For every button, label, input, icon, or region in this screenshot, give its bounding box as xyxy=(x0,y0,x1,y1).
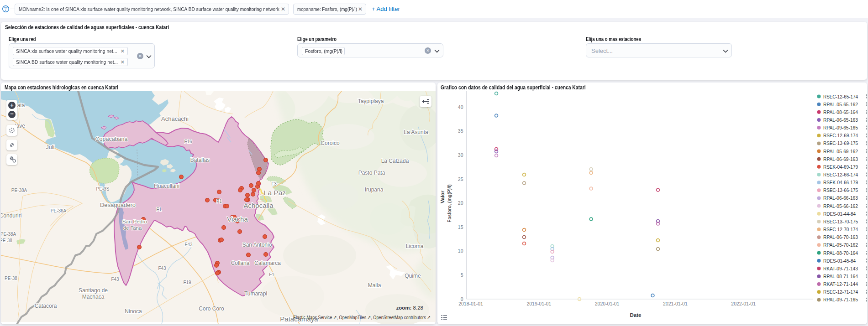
svg-text:RSEC-12-69-174: RSEC-12-69-174 xyxy=(823,133,858,138)
svg-text:F1: F1 xyxy=(156,207,162,212)
svg-text:40: 40 xyxy=(458,104,463,110)
svg-text:Taypiplaya: Taypiplaya xyxy=(358,98,384,104)
svg-text:2022-01-01: 2022-01-01 xyxy=(731,301,756,306)
svg-text:2021-01-01: 2021-01-01 xyxy=(663,301,688,306)
svg-text:RSEC-12-71-174: RSEC-12-71-174 xyxy=(823,289,858,295)
svg-text:30: 30 xyxy=(458,152,463,158)
svg-text:Quime: Quime xyxy=(405,273,421,279)
svg-text:RPAL-06-69-163: RPAL-06-69-163 xyxy=(823,156,858,162)
svg-text:Achocalla: Achocalla xyxy=(243,202,274,209)
svg-text:RPAL-08-70-164: RPAL-08-70-164 xyxy=(823,250,858,256)
svg-text:PE-36A: PE-36A xyxy=(51,208,67,213)
svg-text:Elastic Maps Service ↗, OpenMa: Elastic Maps Service ↗, OpenMapTiles ↗, … xyxy=(293,315,431,320)
svg-text:RPAL-05-66-162: RPAL-05-66-162 xyxy=(823,203,858,209)
svg-text:RSEK-04-66-179: RSEK-04-66-179 xyxy=(823,180,858,185)
svg-text:PE-38: PE-38 xyxy=(5,276,17,281)
svg-text:Ninoca: Ninoca xyxy=(125,308,142,315)
svg-text:RPAL-09-65-165: RPAL-09-65-165 xyxy=(823,125,858,130)
svg-text:5: 5 xyxy=(461,272,463,278)
svg-text:Huacullani: Huacullani xyxy=(154,183,179,189)
svg-text:15: 15 xyxy=(458,224,463,230)
svg-text:Santiago de: Santiago de xyxy=(79,287,108,294)
svg-text:Date: Date xyxy=(630,312,642,318)
svg-text:RSEC-13-66-175: RSEC-13-66-175 xyxy=(823,187,858,193)
svg-text:zoom: 8.28: zoom: 8.28 xyxy=(396,305,423,310)
svg-text:F43: F43 xyxy=(158,266,166,271)
svg-text:San Pedro: San Pedro xyxy=(122,219,147,224)
svg-text:Catacora: Catacora xyxy=(35,303,57,309)
svg-text:F43: F43 xyxy=(111,277,119,282)
svg-text:Desaguadero: Desaguadero xyxy=(100,202,136,208)
svg-text:F16: F16 xyxy=(184,139,192,144)
svg-text:RPAL-08-71-164: RPAL-08-71-164 xyxy=(823,274,858,279)
svg-text:F1: F1 xyxy=(216,199,222,204)
svg-text:La Asunta: La Asunta xyxy=(404,129,428,135)
svg-text:de Tana: de Tana xyxy=(123,225,142,231)
svg-text:RPAL-06-65-163: RPAL-06-65-163 xyxy=(823,117,858,123)
svg-text:RSEC-12-66-174: RSEC-12-66-174 xyxy=(823,172,858,177)
svg-text:RPAL-05-70-162: RPAL-05-70-162 xyxy=(823,242,858,248)
svg-text:RPAL-05-65-162: RPAL-05-65-162 xyxy=(823,102,858,107)
svg-text:RPAL-08-65-164: RPAL-08-65-164 xyxy=(823,109,858,115)
svg-text:RSEK-04-69-179: RSEK-04-69-179 xyxy=(823,164,858,170)
svg-text:20: 20 xyxy=(458,200,463,206)
svg-text:PE-38A: PE-38A xyxy=(1,232,16,237)
svg-text:Juli: Juli xyxy=(46,144,55,150)
svg-text:Copacabana: Copacabana xyxy=(95,136,128,142)
svg-text:RSEC-13-69-175: RSEC-13-69-175 xyxy=(823,140,858,146)
svg-text:RPAL-06-70-163: RPAL-06-70-163 xyxy=(823,234,858,240)
svg-text:F43: F43 xyxy=(184,242,193,247)
svg-text:Malla: Malla xyxy=(368,282,381,289)
svg-text:RPAL-09-71-165: RPAL-09-71-165 xyxy=(823,297,858,302)
svg-text:RDES-01-44-84: RDES-01-44-84 xyxy=(823,211,856,217)
svg-text:Batallas: Batallas xyxy=(190,157,210,163)
svg-text:Collana: Collana xyxy=(231,260,250,266)
svg-text:10: 10 xyxy=(458,248,463,254)
svg-text:PE-38: PE-38 xyxy=(1,238,12,243)
svg-text:35: 35 xyxy=(458,128,463,134)
svg-text:RSEC-12-70-174: RSEC-12-70-174 xyxy=(823,227,858,232)
svg-text:25: 25 xyxy=(458,176,463,182)
svg-text:Fosforo, (mg(P)/l): Fosforo, (mg(P)/l) xyxy=(447,184,452,222)
svg-text:F1: F1 xyxy=(269,272,274,277)
svg-text:2019-01-01: 2019-01-01 xyxy=(526,301,551,306)
svg-text:PE-3S: PE-3S xyxy=(96,186,110,191)
svg-text:Tumarapi: Tumarapi xyxy=(244,290,267,297)
svg-text:Calamarca: Calamarca xyxy=(254,260,281,266)
svg-text:Valor: Valor xyxy=(440,190,445,203)
svg-text:Coro Coro: Coro Coro xyxy=(199,305,224,312)
svg-text:RKAT-12-71-144: RKAT-12-71-144 xyxy=(823,281,858,287)
svg-text:F19: F19 xyxy=(183,280,191,285)
svg-text:RSEC-12-65-174: RSEC-12-65-174 xyxy=(823,94,858,99)
svg-text:2018-01-01: 2018-01-01 xyxy=(458,301,483,306)
svg-text:2020-01-01: 2020-01-01 xyxy=(595,301,620,306)
svg-text:Viacha: Viacha xyxy=(227,215,248,223)
svg-text:RKAT-09-71-143: RKAT-09-71-143 xyxy=(823,266,858,271)
svg-text:Pasto Pata: Pasto Pata xyxy=(358,170,385,176)
svg-text:Irupana: Irupana xyxy=(365,186,384,193)
svg-text:RPAL-05-69-162: RPAL-05-69-162 xyxy=(823,149,858,154)
svg-text:RPAL-06-66-163: RPAL-06-66-163 xyxy=(823,195,858,201)
svg-text:PE-38A: PE-38A xyxy=(11,188,27,193)
svg-text:La Calzada: La Calzada xyxy=(381,158,409,164)
svg-text:Achacachi: Achacachi xyxy=(161,115,189,122)
svg-text:La Paz: La Paz xyxy=(264,189,286,197)
svg-text:Machaca: Machaca xyxy=(82,294,105,300)
svg-text:Coroico: Coroico xyxy=(321,140,340,146)
svg-text:San Antonio: San Antonio xyxy=(242,242,272,248)
svg-text:Conduriri: Conduriri xyxy=(1,212,21,219)
svg-text:F3: F3 xyxy=(271,181,277,186)
svg-text:RSEC-13-70-175: RSEC-13-70-175 xyxy=(823,219,858,224)
svg-text:Licoma: Licoma xyxy=(406,243,424,249)
svg-text:RDES-01-45-84: RDES-01-45-84 xyxy=(823,258,856,264)
